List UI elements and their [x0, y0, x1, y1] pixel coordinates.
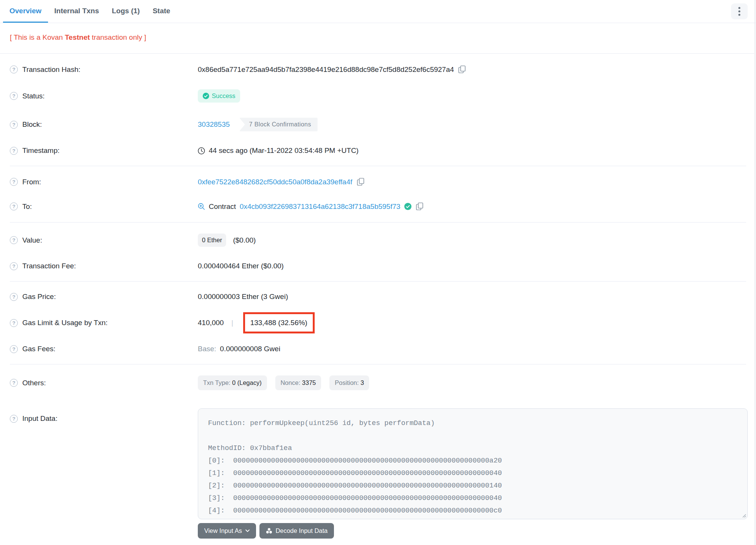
testnet-notice: [ This is a Kovan Testnet transaction on… [0, 23, 756, 54]
row-label-text: From: [22, 178, 41, 186]
transaction-fee-value: 0.000400464 Ether ($0.00) [198, 262, 284, 270]
row-gas-price: Gas Price: 0.000000003 Ether (3 Gwei) [10, 285, 746, 308]
input-data-line [208, 430, 737, 442]
input-data-line: [0]: 00000000000000000000000000000000000… [208, 455, 737, 467]
section-identity: Transaction Hash: 0x86ed5a771e725aa94d5b… [10, 54, 746, 166]
overview-panel: Transaction Hash: 0x86ed5a771e725aa94d5b… [0, 54, 756, 545]
row-block: Block: 30328535 7 Block Confirmations [10, 110, 746, 139]
resize-grip-icon[interactable] [741, 513, 746, 518]
row-input-data: Input Data: Function: performUpkeep(uint… [10, 398, 746, 545]
tab-state[interactable]: State [146, 0, 177, 23]
section-others-input: Others: Txn Type: 0 (Legacy) Nonce: 3375… [10, 364, 746, 545]
input-data-textarea[interactable]: Function: performUpkeep(uint256 id, byte… [198, 408, 748, 519]
help-icon[interactable] [10, 345, 18, 353]
more-options-button[interactable] [731, 3, 748, 19]
help-icon[interactable] [10, 147, 18, 155]
row-label-text: Input Data: [22, 414, 57, 423]
row-gas-fees: Gas Fees: Base: 0.000000008 Gwei [10, 337, 746, 361]
tab-overview[interactable]: Overview [3, 0, 48, 23]
row-transaction-fee: Transaction Fee: 0.000400464 Ether ($0.0… [10, 254, 746, 278]
tab-bar: Overview Internal Txns Logs (1) State [0, 0, 756, 23]
gas-fees-base-value: 0.000000008 Gwei [220, 345, 281, 353]
section-value: Value: 0 Ether ($0.00) Transaction Fee: … [10, 223, 746, 282]
check-circle-icon [203, 93, 209, 99]
copy-hash-button[interactable] [458, 65, 466, 74]
nonce-badge: Nonce: 3375 [275, 375, 321, 390]
input-data-line: [5]: 00000000000000000000000000000000000… [208, 517, 737, 519]
copy-from-button[interactable] [356, 177, 365, 187]
gas-fees-base-label: Base: [198, 345, 216, 353]
input-data-line: [4]: 00000000000000000000000000000000000… [208, 505, 737, 517]
transaction-hash-value: 0x86ed5a771e725aa94d5b7fa2398e4419e216d8… [198, 65, 454, 74]
timestamp-value: 44 secs ago (Mar-11-2022 03:54:48 PM +UT… [209, 146, 359, 155]
decode-icon [266, 528, 272, 534]
help-icon[interactable] [10, 65, 18, 73]
view-input-as-button[interactable]: View Input As [198, 523, 256, 539]
help-icon[interactable] [10, 293, 18, 301]
gas-limit-value: 410,000 [198, 319, 224, 327]
value-ether-badge: 0 Ether [198, 234, 226, 247]
row-label-text: To: [22, 202, 32, 211]
from-address-link[interactable]: 0xfee7522e8482682cf50ddc50a0f8da2a39effa… [198, 178, 352, 186]
position-badge: Position: 3 [329, 375, 369, 390]
annotation-highlight-box: 133,488 (32.56%) [243, 312, 315, 333]
row-label-text: Transaction Fee: [22, 262, 76, 270]
verified-check-icon [404, 203, 411, 210]
row-label-text: Block: [22, 120, 42, 129]
kebab-menu-icon [738, 6, 740, 16]
help-icon[interactable] [10, 92, 18, 100]
chevron-down-icon [245, 529, 250, 532]
to-contract-word: Contract [209, 202, 236, 211]
block-number-link[interactable]: 30328535 [198, 120, 230, 129]
input-data-line: [2]: 00000000000000000000000000000000000… [208, 480, 737, 492]
tab-logs[interactable]: Logs (1) [106, 0, 146, 23]
status-badge: Success [198, 89, 240, 103]
input-data-line: [1]: 00000000000000000000000000000000000… [208, 467, 737, 480]
row-label-text: Others: [22, 379, 46, 387]
help-icon[interactable] [10, 262, 18, 270]
copy-icon [416, 202, 423, 210]
copy-to-button[interactable] [415, 202, 424, 211]
row-label-text: Transaction Hash: [22, 65, 80, 74]
value-usd: ($0.00) [233, 236, 256, 244]
section-parties: From: 0xfee7522e8482682cf50ddc50a0f8da2a… [10, 166, 746, 223]
txn-type-badge: Txn Type: 0 (Legacy) [198, 375, 267, 390]
input-data-line: [3]: 00000000000000000000000000000000000… [208, 492, 737, 505]
row-gas-limit-usage: Gas Limit & Usage by Txn: 410,000 | 133,… [10, 308, 746, 337]
row-label-text: Gas Fees: [22, 345, 56, 353]
scrollbar-track[interactable] [754, 0, 756, 545]
help-icon[interactable] [10, 379, 18, 387]
gas-separator: | [228, 319, 237, 327]
help-icon[interactable] [10, 319, 18, 327]
copy-icon [357, 178, 364, 186]
row-label-text: Value: [22, 236, 42, 244]
block-confirmations-badge: 7 Block Confirmations [239, 118, 318, 131]
help-icon[interactable] [10, 121, 18, 129]
row-value: Value: 0 Ether ($0.00) [10, 226, 746, 254]
row-label-text: Timestamp: [22, 146, 60, 155]
input-data-line: MethodID: 0x7bbaf1ea [208, 442, 737, 455]
row-transaction-hash: Transaction Hash: 0x86ed5a771e725aa94d5b… [10, 57, 746, 82]
gas-price-value: 0.000000003 Ether (3 Gwei) [198, 293, 288, 301]
row-others: Others: Txn Type: 0 (Legacy) Nonce: 3375… [10, 368, 746, 398]
row-from: From: 0xfee7522e8482682cf50ddc50a0f8da2a… [10, 170, 746, 194]
help-icon[interactable] [10, 415, 18, 423]
clock-icon [198, 147, 205, 154]
transaction-page: Overview Internal Txns Logs (1) State [ … [0, 0, 756, 545]
decode-input-data-button[interactable]: Decode Input Data [259, 523, 334, 539]
zoom-in-icon[interactable] [198, 203, 205, 210]
help-icon[interactable] [10, 236, 18, 244]
help-icon[interactable] [10, 178, 18, 186]
copy-icon [458, 65, 466, 73]
to-address-link[interactable]: 0x4cb093f226983713164a62138c3f718a5b595f… [240, 202, 401, 211]
tab-internal-txns[interactable]: Internal Txns [48, 0, 106, 23]
row-timestamp: Timestamp: 44 secs ago (Mar-11-2022 03:5… [10, 139, 746, 162]
gas-used-value: 133,488 (32.56%) [250, 319, 307, 327]
row-status: Status: Success [10, 82, 746, 110]
row-label-text: Status: [22, 92, 45, 100]
help-icon[interactable] [10, 202, 18, 210]
row-to: To: Contract 0x4cb093f226983713164a62138… [10, 194, 746, 219]
row-label-text: Gas Limit & Usage by Txn: [22, 319, 108, 327]
row-label-text: Gas Price: [22, 293, 56, 301]
section-gas: Gas Price: 0.000000003 Ether (3 Gwei) Ga… [10, 282, 746, 364]
